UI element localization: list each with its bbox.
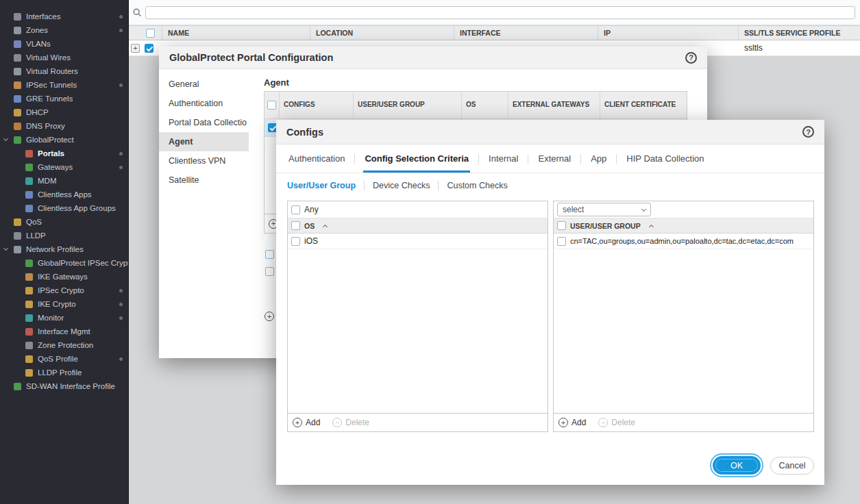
os-select-all-checkbox[interactable]: [291, 221, 300, 230]
nav-item-satellite[interactable]: Satellite: [159, 171, 249, 190]
column-header-interface[interactable]: INTERFACE: [454, 26, 598, 40]
subtab-custom-checks[interactable]: Custom Checks: [447, 181, 507, 190]
ipsec-crypto-icon: [25, 287, 33, 294]
sidebar-item-ipsec-crypto[interactable]: IPSec Crypto: [0, 284, 128, 297]
user-group-column-header[interactable]: USER/USER GROUP: [554, 218, 813, 234]
column-header-name[interactable]: NAME: [162, 26, 310, 40]
sidebar-item-dhcp[interactable]: DHCP: [0, 105, 128, 119]
status-dot: [119, 316, 123, 320]
sidebar-item-network-profiles[interactable]: Network Profiles: [0, 242, 128, 256]
lldp-icon: [14, 232, 21, 240]
tab-separator: [616, 154, 617, 164]
tab-hip-data-collection[interactable]: HIP Data Collection: [625, 144, 705, 173]
any-checkbox[interactable]: [291, 205, 300, 214]
column-header-ssl-profile[interactable]: SSL/TLS SERVICE PROFILE: [739, 26, 860, 40]
sidebar-item-dns-proxy[interactable]: DNS Proxy: [0, 119, 128, 133]
column-header-client-certificate[interactable]: CLIENT CERTIFICATE: [600, 92, 687, 118]
gre-tunnels-icon: [14, 95, 21, 103]
os-delete-button[interactable]: Delete: [332, 418, 369, 427]
column-header-ip[interactable]: IP: [598, 26, 739, 40]
search-input[interactable]: [145, 6, 855, 19]
sidebar-item-qos-profile[interactable]: QoS Profile: [0, 352, 128, 366]
user-group-add-button[interactable]: Add: [558, 418, 586, 427]
os-add-button[interactable]: Add: [293, 418, 320, 427]
sidebar-item-zones[interactable]: Zones: [0, 23, 128, 37]
subtab-user-user-group[interactable]: User/User Group: [287, 181, 356, 190]
sidebar-item-interfaces[interactable]: Interfaces: [0, 10, 128, 23]
agent-secondary-add-button[interactable]: [265, 312, 274, 321]
nav-item-portal-data-collection[interactable]: Portal Data Collectio: [159, 113, 249, 132]
user-group-panel-footer: Add Delete: [554, 413, 813, 431]
user-group-select-dropdown[interactable]: select: [557, 203, 651, 216]
help-icon[interactable]: [685, 52, 697, 64]
sidebar-item-interface-mgmt[interactable]: Interface Mgmt: [0, 325, 128, 338]
sidebar-item-clientless-app-groups[interactable]: Clientless App Groups: [0, 201, 128, 215]
help-icon[interactable]: [802, 126, 814, 138]
option-checkbox[interactable]: [265, 250, 274, 259]
sidebar-item-sdwan-interface-profile[interactable]: SD-WAN Interface Profile: [0, 379, 128, 393]
sidebar-item-virtual-routers[interactable]: Virtual Routers: [0, 64, 128, 78]
sidebar-item-globalprotect-ipsec-crypto[interactable]: GlobalProtect IPSec Crypto: [0, 256, 128, 270]
ipsec-tunnels-icon: [14, 81, 21, 89]
configs-titlebar: Configs: [276, 120, 824, 144]
sidebar-item-gre-tunnels[interactable]: GRE Tunnels: [0, 92, 128, 105]
column-header-configs[interactable]: CONFIGS: [280, 92, 354, 118]
os-any-row: Any: [288, 201, 548, 218]
cancel-button[interactable]: Cancel: [770, 457, 814, 475]
column-header-external-gateways[interactable]: EXTERNAL GATEWAYS: [508, 92, 600, 118]
sidebar-item-globalprotect[interactable]: GlobalProtect: [0, 133, 128, 147]
column-header-os[interactable]: OS: [462, 92, 508, 118]
sidebar-item-mdm[interactable]: MDM: [0, 174, 128, 188]
option-checkbox[interactable]: [265, 267, 274, 276]
sidebar-item-vlans[interactable]: VLANs: [0, 37, 128, 51]
sidebar-item-zone-protection[interactable]: Zone Protection: [0, 338, 128, 352]
os-row-ios[interactable]: iOS: [288, 234, 548, 249]
sidebar-item-qos[interactable]: QoS: [0, 215, 128, 229]
sidebar-item-lldp[interactable]: LLDP: [0, 229, 128, 242]
user-group-select-all-checkbox[interactable]: [557, 221, 566, 230]
row-checkbox[interactable]: [145, 44, 153, 53]
nav-item-authentication[interactable]: Authentication: [159, 94, 249, 113]
user-group-row[interactable]: cn=TAC,ou=groups,ou=admin,ou=paloalto,dc…: [554, 234, 813, 249]
agent-select-all-checkbox[interactable]: [267, 101, 276, 110]
tab-app[interactable]: App: [589, 144, 608, 173]
tab-config-selection-criteria[interactable]: Config Selection Criteria: [363, 144, 470, 173]
sidebar-item-portals[interactable]: Portals: [0, 147, 128, 160]
row-expander-icon[interactable]: [131, 44, 140, 53]
sidebar-item-ike-crypto[interactable]: IKE Crypto: [0, 297, 128, 311]
nav-item-general[interactable]: General: [159, 75, 249, 94]
portal-config-title: GlobalProtect Portal Configuration: [169, 52, 685, 63]
user-group-filter-row: select: [554, 201, 813, 218]
sidebar-item-clientless-apps[interactable]: Clientless Apps: [0, 188, 128, 201]
tab-separator: [364, 181, 365, 190]
sidebar-item-ipsec-tunnels[interactable]: IPSec Tunnels: [0, 78, 128, 92]
subtab-device-checks[interactable]: Device Checks: [373, 181, 430, 190]
user-group-delete-button[interactable]: Delete: [598, 418, 635, 427]
tab-external[interactable]: External: [537, 144, 572, 173]
tab-authentication[interactable]: Authentication: [287, 144, 346, 173]
sort-ascending-icon: [649, 224, 654, 229]
agent-option-checkbox-1: [265, 250, 274, 259]
os-column-header[interactable]: OS: [288, 218, 548, 234]
sidebar-item-ike-gateways[interactable]: IKE Gateways: [0, 270, 128, 284]
column-header-location[interactable]: LOCATION: [310, 26, 454, 40]
portals-icon: [25, 150, 33, 158]
os-row-checkbox[interactable]: [291, 237, 300, 246]
row-controls: [129, 44, 162, 53]
configs-subtab-bar: User/User Group Device Checks Custom Che…: [276, 173, 824, 190]
select-all-checkbox[interactable]: [146, 29, 155, 38]
agent-option-checkbox-2: [265, 267, 274, 276]
user-group-row-checkbox[interactable]: [557, 237, 566, 246]
criteria-panels: Any OS iOS Add Delete: [287, 201, 814, 432]
sidebar-item-gateways[interactable]: Gateways: [0, 160, 128, 174]
column-header-user-group[interactable]: USER/USER GROUP: [354, 92, 462, 118]
ok-button[interactable]: OK: [713, 456, 761, 475]
sidebar-item-monitor[interactable]: Monitor: [0, 311, 128, 325]
sidebar-item-virtual-wires[interactable]: Virtual Wires: [0, 51, 128, 64]
sidebar-item-lldp-profile[interactable]: LLDP Profile: [0, 366, 128, 379]
nav-item-agent[interactable]: Agent: [159, 132, 249, 151]
nav-item-clientless-vpn[interactable]: Clientless VPN: [159, 151, 249, 171]
tab-internal[interactable]: Internal: [487, 144, 519, 173]
portals-table-header: NAME LOCATION INTERFACE IP SSL/TLS SERVI…: [129, 25, 860, 40]
status-dot: [119, 84, 123, 87]
